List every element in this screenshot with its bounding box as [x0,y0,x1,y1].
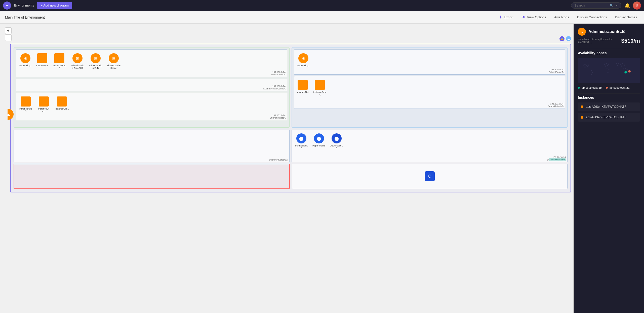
svg-rect-21 [625,68,626,69]
panel-stack-id: awseb-e-xutmmsplfq-stack-AWSEBA... [578,38,621,44]
diagram-canvas[interactable]: ☁ 🔒 ☁ [8,36,574,313]
svg-rect-10 [608,64,609,65]
instance-nat-b-label: InstanceNat [297,91,309,93]
avatar[interactable]: U [633,2,641,10]
svg-rect-17 [624,65,625,66]
subnet-private-b-label: 101.201.0/24SubnetPrivateB [548,102,564,108]
search-input[interactable] [574,4,608,7]
canvas-area[interactable]: + - ☁ 🔒 ☁ [0,24,574,313]
admin-procelb-icon[interactable]: ⊞ Administration ProcELB [70,53,85,69]
instance-proca-square [54,53,64,63]
export-button[interactable]: ⬇ Export [497,14,515,21]
right-panel: ⊕ AdministrationELB awseb-e-xutmmsplfq-s… [574,24,644,313]
zoom-in-button[interactable]: + [5,27,12,34]
instance-old-square [57,96,67,107]
autoscaling-a-icon[interactable]: ⊕ Autoscaling... [19,53,32,69]
reporting-db-icon[interactable]: ⬤ ReportingDB [312,133,326,149]
admin-procelb-label: Administration ProcELB [70,64,85,69]
subnet-public-b-label: 101.200.0/24SubnetPublicB [549,68,564,73]
lock-icon: 🔒 [559,36,565,41]
svg-rect-30 [591,74,592,75]
admin-elb-icon[interactable]: ⊞ Administration ELB [89,53,103,69]
subnet-private-a-icons: InstanceAppC InstanceOra... InstanceOld.… [18,94,286,119]
app-logo[interactable]: ✦ [3,2,11,10]
svg-rect-22 [627,69,628,70]
notifications-icon[interactable]: 🔔 [624,3,630,8]
display-names-button[interactable]: Display Names [613,14,639,20]
bottom-blue-icon[interactable]: C [425,171,435,181]
cloud-small-icon: ☁ [566,36,571,41]
subnet-private-b: InstanceNat InstanceProcA 101.201.0/24Su… [294,76,565,109]
az-a-container: ⊕ Autoscaling... InstanceNat [14,47,290,128]
transaction-db-circle: ⬤ [296,133,306,143]
bottom-right-subnet: C [292,164,568,189]
instance-nat-b-icon[interactable]: InstanceNat [297,80,309,96]
instance-appc-icon[interactable]: InstanceAppC [19,96,33,113]
svg-rect-20 [623,68,624,69]
toolbar-actions: ⬇ Export 👁 View Options Aws Icons Displa… [497,14,639,21]
world-map-svg [578,59,640,82]
instance-old-icon[interactable]: InstanceOld... [55,96,69,113]
export-icon: ⬇ [499,15,502,20]
subnet-dba-label: SubnetPrivateDBA [269,159,288,161]
svg-rect-1 [583,65,584,66]
autoscaling-a-circle: ⊕ [20,53,30,63]
nav-environments[interactable]: Environments [14,4,34,7]
search-dropdown-icon[interactable]: ▼ [616,4,618,7]
svg-rect-6 [585,67,586,68]
instance-proca-icon[interactable]: InstanceProcA [52,53,66,69]
panel-icon: ⊕ [578,28,586,36]
svg-rect-26 [609,69,610,70]
bottom-row: C [14,164,568,189]
zoom-out-button[interactable]: - [5,34,12,41]
instance-list: ads-ADSer-KEV8WTODHATR ads-ADSer-KEV8WTO… [578,102,640,122]
transaction-db-icon[interactable]: ⬤ TransactionDB [294,133,308,149]
svg-rect-12 [607,65,608,66]
svg-rect-9 [606,63,607,64]
autoscaling-a-label: Autoscaling... [19,64,32,67]
instance-procb-square [315,80,325,90]
alfresco-db-circle: ⬤ [332,133,342,143]
subnet-dbb-icons: ⬤ TransactionDB ⬤ ReportingDB ⬤ OldAlfre… [293,131,566,157]
az-red-dot [606,87,608,89]
alfresco-db-icon[interactable]: ⬤ OldAlfrescoDB [330,133,344,149]
svg-rect-5 [584,67,585,68]
svg-rect-14 [618,63,619,64]
top-nav: ✦ Environments + Add new diagram 🔍 ▼ 🔔 U [0,0,644,11]
world-map [578,58,640,83]
admin-elb-circle: ⊞ [91,53,101,63]
autoscaling-b-label: Autoscaling... [297,64,310,67]
transaction-db-label: TransactionDB [294,144,308,149]
autoscaling-b-icon[interactable]: ⊕ Autoscaling... [297,53,310,67]
instance-dot-1 [581,106,583,108]
elastic-lb-icon[interactable]: ⊟ ElasticLoad Balancer [107,53,121,69]
instance-procb-icon[interactable]: InstanceProcA [313,80,327,96]
divider-1 [578,49,640,49]
az-row: ⊕ Autoscaling... InstanceNat [14,47,568,128]
subnet-private-a: InstanceAppC InstanceOra... InstanceOld.… [16,93,287,120]
svg-rect-13 [616,63,617,64]
subnet-public-a: ⊕ Autoscaling... InstanceNat [16,49,287,77]
instance-appc-square [21,96,31,107]
availability-zones-title: Avalability Zones [578,51,640,55]
admin-procelb-circle: ⊞ [72,53,83,63]
az-b-container: ⊕ Autoscaling... 101.200.0/24SubnetPubli… [292,47,568,128]
subnet-private-b-icons: InstanceNat InstanceProcA [296,78,564,102]
svg-rect-3 [586,65,587,66]
instance-item-2[interactable]: ads-ADSer-KEV8WTODHATR [578,113,640,122]
view-options-button[interactable]: 👁 View Options [519,14,548,21]
elastic-lb-label: ElasticLoad Balancer [107,64,121,69]
instance-item-1[interactable]: ads-ADSer-KEV8WTODHATR [578,102,640,111]
admin-elb-label: Administration ELB [89,64,103,69]
display-connections-button[interactable]: Display Connections [575,14,609,20]
instance-nat-a-icon[interactable]: InstanceNat [36,53,48,69]
panel-cost: $510/m [621,38,640,44]
add-diagram-button[interactable]: + Add new diagram [37,2,72,9]
vpc-container: ⊕ Autoscaling... InstanceNat [10,44,571,192]
instance-ora-icon[interactable]: InstanceOra... [37,96,51,113]
aws-icons-button[interactable]: Aws Icons [552,14,571,20]
reporting-db-circle: ⬤ [314,133,324,143]
az-legend: ap-southeast-2b ap-southeast-2a [578,86,640,89]
db-row: SubnetPrivateDBA ⬤ TransactionDB ⬤ R [14,130,568,162]
instance-name-1: ads-ADSer-KEV8WTODHATR [586,105,627,109]
